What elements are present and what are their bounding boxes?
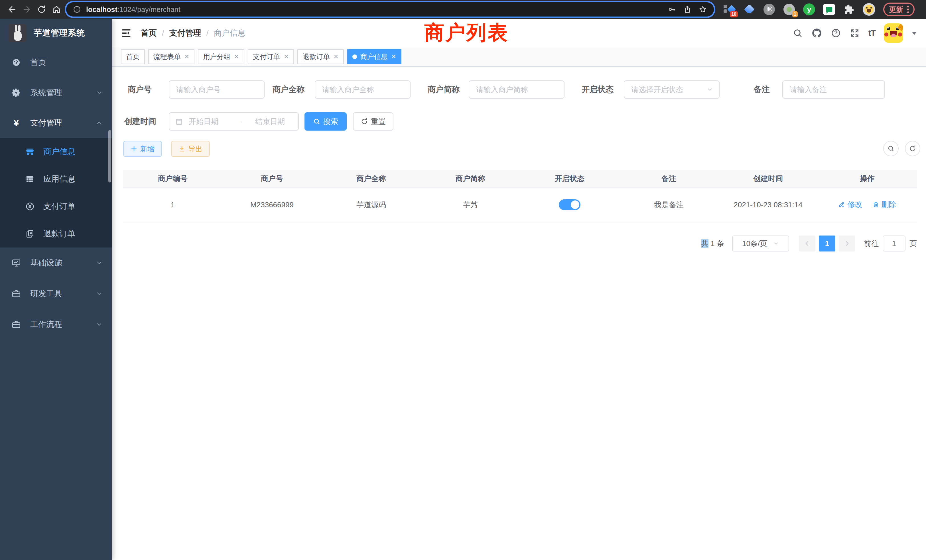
tab-refund-order[interactable]: 退款订单✕ bbox=[297, 49, 343, 64]
end-date-placeholder[interactable]: 结束日期 bbox=[247, 117, 292, 127]
arrow-right-icon bbox=[22, 5, 32, 14]
sidebar-item-infra[interactable]: 基础设施 bbox=[0, 248, 112, 278]
shop-icon bbox=[25, 147, 35, 157]
user-menu-caret-icon[interactable] bbox=[912, 32, 917, 35]
browser-forward-button[interactable] bbox=[20, 2, 34, 17]
close-icon[interactable]: ✕ bbox=[391, 54, 396, 60]
tab-pay-order[interactable]: 支付订单✕ bbox=[248, 49, 294, 64]
prev-page-button[interactable] bbox=[799, 236, 816, 251]
y-glyph: y bbox=[803, 3, 815, 15]
search-label: 搜索 bbox=[323, 117, 338, 127]
refresh-table-button[interactable] bbox=[905, 141, 920, 156]
col-merchant-no: 商户号 bbox=[222, 174, 322, 184]
grid-table-icon bbox=[25, 174, 35, 184]
browser-menu-dots-icon[interactable] bbox=[907, 6, 909, 13]
status-toggle-on[interactable] bbox=[559, 199, 581, 210]
browser-update-button[interactable]: 更新 bbox=[883, 3, 915, 16]
sidebar-logo[interactable]: 芋道管理系统 bbox=[0, 19, 112, 47]
sidebar-item-refund-order[interactable]: 退款订单 bbox=[0, 220, 112, 248]
share-icon[interactable] bbox=[683, 5, 691, 14]
breadcrumb-home[interactable]: 首页 bbox=[141, 28, 157, 38]
tab-home[interactable]: 首页 bbox=[121, 49, 145, 64]
sidebar-item-system[interactable]: 系统管理 bbox=[0, 77, 112, 108]
extension-y-icon[interactable]: y bbox=[803, 3, 816, 16]
tab-merchant-info[interactable]: 商户信息✕ bbox=[347, 49, 401, 64]
next-page-button[interactable] bbox=[839, 236, 855, 251]
merchant-name-input[interactable] bbox=[315, 80, 410, 98]
show-search-toggle-button[interactable] bbox=[883, 141, 899, 156]
close-icon[interactable]: ✕ bbox=[184, 54, 189, 60]
breadcrumb-pay[interactable]: 支付管理 bbox=[169, 28, 201, 38]
breadcrumb-separator: / bbox=[162, 29, 164, 38]
navbar-actions: tT bbox=[793, 23, 917, 43]
sidebar-item-pay-order[interactable]: 支付订单 bbox=[0, 193, 112, 220]
sidebar-item-merchant-info[interactable]: 商户信息 bbox=[0, 138, 112, 165]
col-merchant-id: 商户编号 bbox=[123, 174, 222, 184]
sidebar-collapse-icon[interactable] bbox=[121, 28, 132, 38]
reset-button[interactable]: 重置 bbox=[353, 112, 393, 130]
close-icon[interactable]: ✕ bbox=[234, 54, 239, 60]
browser-profile-avatar[interactable] bbox=[863, 3, 875, 16]
extension-recorder-icon[interactable]: 1 bbox=[783, 3, 796, 16]
sidebar-item-pay[interactable]: ¥ 支付管理 bbox=[0, 108, 112, 138]
browser-chrome: localhost:1024/pay/merchant 10 ⌘ 1 y 更新 bbox=[0, 0, 926, 19]
extensions-puzzle-icon[interactable] bbox=[843, 3, 855, 16]
user-avatar[interactable] bbox=[884, 23, 903, 43]
merchant-short-input[interactable] bbox=[469, 80, 564, 98]
sidebar-item-workflow[interactable]: 工作流程 bbox=[0, 309, 112, 340]
sidebar-scrollbar-thumb[interactable] bbox=[108, 130, 111, 183]
sidebar-item-dev-tools[interactable]: 研发工具 bbox=[0, 278, 112, 309]
sidebar-item-home[interactable]: 首页 bbox=[0, 47, 112, 77]
fullscreen-icon[interactable] bbox=[850, 28, 860, 38]
edit-button[interactable]: 修改 bbox=[838, 200, 862, 210]
gray-squares bbox=[723, 5, 727, 13]
chevron-down-icon bbox=[96, 89, 103, 96]
browser-reload-button[interactable] bbox=[34, 2, 49, 17]
search-button[interactable]: 搜索 bbox=[304, 112, 346, 130]
url-bar[interactable]: localhost:1024/pay/merchant bbox=[66, 2, 714, 17]
url-bar-actions bbox=[668, 5, 707, 14]
site-info-icon[interactable] bbox=[73, 5, 81, 14]
col-full-name: 商户全称 bbox=[322, 174, 421, 184]
status-select[interactable]: 请选择开启状态 bbox=[624, 80, 720, 98]
export-button[interactable]: 导出 bbox=[171, 141, 210, 157]
tags-view-bar: 首页 流程表单✕ 用户分组✕ 支付订单✕ 退款订单✕ 商户信息✕ bbox=[112, 47, 926, 67]
merchant-no-input[interactable] bbox=[169, 80, 265, 98]
extension-kite-icon[interactable] bbox=[743, 3, 755, 16]
remark-input[interactable] bbox=[782, 80, 885, 98]
extension-grid-diamond-icon[interactable]: 10 bbox=[723, 3, 735, 16]
page-1-button[interactable]: 1 bbox=[819, 236, 835, 251]
create-time-range-picker[interactable]: 开始日期 - 结束日期 bbox=[169, 112, 299, 130]
chevron-down-icon bbox=[96, 259, 103, 266]
help-icon[interactable] bbox=[831, 28, 841, 38]
tab-process-form[interactable]: 流程表单✕ bbox=[148, 49, 194, 64]
sidebar-item-app-info[interactable]: 应用信息 bbox=[0, 165, 112, 193]
browser-back-button[interactable] bbox=[5, 2, 20, 17]
github-icon[interactable] bbox=[811, 28, 822, 38]
font-size-icon[interactable]: tT bbox=[869, 28, 875, 38]
tab-user-group[interactable]: 用户分组✕ bbox=[198, 49, 244, 64]
browser-home-button[interactable] bbox=[49, 2, 64, 17]
app-logo-rabbit bbox=[9, 24, 27, 42]
chat-bubble bbox=[826, 7, 832, 12]
add-button[interactable]: 新增 bbox=[123, 141, 162, 157]
extension-chat-icon[interactable] bbox=[823, 3, 835, 16]
tab-label: 首页 bbox=[126, 52, 140, 61]
bookmark-star-icon[interactable] bbox=[699, 5, 707, 14]
tab-label: 流程表单 bbox=[153, 52, 181, 61]
delete-button[interactable]: 删除 bbox=[872, 200, 896, 210]
extension-badge: 1 bbox=[792, 11, 798, 17]
start-date-placeholder[interactable]: 开始日期 bbox=[189, 117, 234, 127]
search-icon[interactable] bbox=[793, 28, 803, 38]
kite-shape bbox=[744, 4, 755, 15]
yen-icon: ¥ bbox=[11, 118, 21, 129]
cell-full-name: 芋道源码 bbox=[322, 200, 421, 210]
password-key-icon[interactable] bbox=[668, 5, 676, 14]
close-icon[interactable]: ✕ bbox=[284, 54, 289, 60]
goto-page-input[interactable] bbox=[883, 236, 905, 251]
merchant-name-label: 商户全称 bbox=[269, 80, 308, 98]
close-icon[interactable]: ✕ bbox=[333, 54, 338, 60]
page-size-select[interactable]: 10条/页 bbox=[732, 236, 789, 251]
extension-command-icon[interactable]: ⌘ bbox=[763, 3, 775, 16]
briefcase-icon bbox=[11, 319, 21, 329]
